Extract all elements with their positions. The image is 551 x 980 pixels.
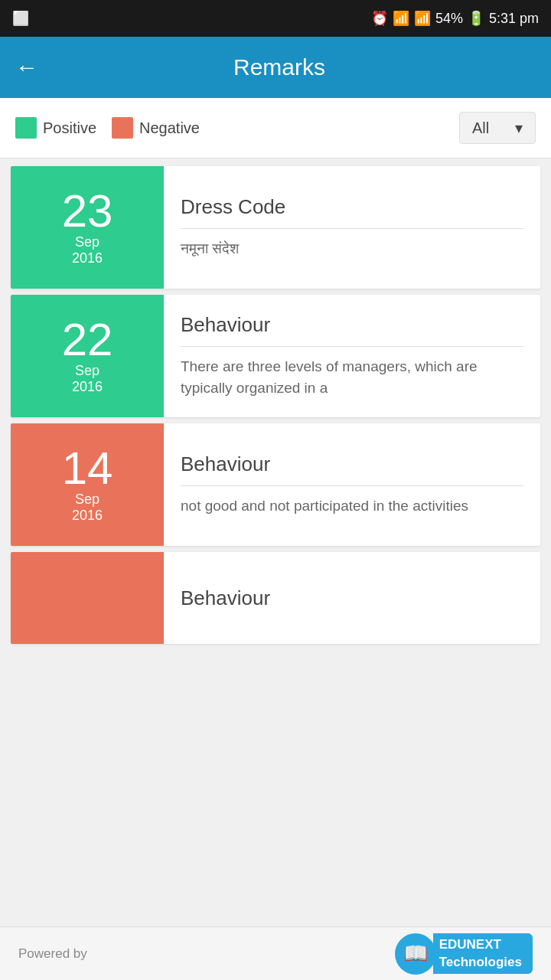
negative-label: Negative: [139, 119, 200, 137]
brand-logo: 📖: [395, 933, 436, 975]
status-bar: ⬜ ⏰ 📶 📶 54% 🔋 5:31 pm: [0, 0, 551, 37]
app-bar: ← Remarks: [0, 37, 551, 98]
remark-message: There are three levels of managers, whic…: [181, 356, 523, 400]
remark-title: Behaviour: [181, 586, 523, 610]
remark-card[interactable]: 23 Sep 2016 Dress Code नमूना संदेश: [11, 166, 540, 289]
divider: [181, 346, 523, 347]
date-box: 22 Sep 2016: [11, 295, 164, 417]
year: 2016: [72, 250, 103, 266]
battery-icon: 🔋: [468, 10, 484, 27]
negative-legend: Negative: [112, 117, 200, 139]
remark-detail: Behaviour not good and not participated …: [164, 423, 540, 546]
negative-color-swatch: [112, 117, 133, 139]
remark-card[interactable]: 22 Sep 2016 Behaviour There are three le…: [11, 295, 540, 417]
brand-line1: EDUNEXT: [439, 936, 522, 953]
month: Sep: [75, 492, 99, 508]
date-box: [11, 552, 164, 644]
remark-message: not good and not participated in the act…: [181, 495, 523, 518]
date-box: 23 Sep 2016: [11, 166, 164, 289]
remark-detail: Behaviour There are three levels of mana…: [164, 295, 540, 417]
brand-line2: Technologies: [439, 954, 522, 971]
remark-title: Dress Code: [181, 195, 523, 219]
remark-message: नमूना संदेश: [181, 238, 523, 260]
day: 23: [62, 188, 113, 234]
book-icon: 📖: [403, 942, 428, 965]
day: 14: [62, 446, 113, 492]
remark-detail: Dress Code नमूना संदेश: [164, 166, 540, 289]
month: Sep: [75, 234, 99, 250]
page-title: Remarks: [54, 54, 505, 80]
powered-by-text: Powered by: [18, 946, 87, 962]
divider: [181, 228, 523, 229]
brand-text: EDUNEXT Technologies: [433, 933, 533, 973]
month: Sep: [75, 363, 99, 379]
status-right: ⏰ 📶 📶 54% 🔋 5:31 pm: [371, 10, 539, 27]
remarks-list: 23 Sep 2016 Dress Code नमूना संदेश 22 Se…: [0, 158, 551, 926]
remark-card[interactable]: Behaviour: [11, 552, 540, 644]
filter-label: All: [472, 119, 489, 137]
positive-label: Positive: [43, 119, 96, 137]
date-box: 14 Sep 2016: [11, 423, 164, 546]
screen-icon: ⬜: [12, 10, 29, 27]
year: 2016: [72, 508, 103, 524]
positive-color-swatch: [15, 117, 37, 139]
battery-percent: 54%: [435, 11, 463, 27]
chevron-down-icon: ▾: [515, 119, 523, 137]
time-display: 5:31 pm: [489, 11, 539, 27]
back-button[interactable]: ←: [15, 54, 38, 80]
year: 2016: [72, 379, 103, 395]
status-left: ⬜: [12, 10, 29, 27]
signal-icon: 📶: [414, 10, 431, 27]
remark-card[interactable]: 14 Sep 2016 Behaviour not good and not p…: [11, 423, 540, 546]
footer: Powered by 📖 EDUNEXT Technologies: [0, 926, 551, 980]
alarm-icon: ⏰: [371, 10, 388, 27]
brand-area: 📖 EDUNEXT Technologies: [395, 933, 533, 975]
divider: [181, 485, 523, 486]
remark-detail: Behaviour: [164, 552, 540, 644]
positive-legend: Positive: [15, 117, 96, 139]
legend-row: Positive Negative All ▾: [0, 98, 551, 158]
wifi-icon: 📶: [393, 10, 409, 27]
remark-title: Behaviour: [181, 313, 523, 337]
remark-title: Behaviour: [181, 452, 523, 476]
day: 22: [62, 317, 113, 363]
filter-dropdown[interactable]: All ▾: [459, 112, 536, 144]
legend-items: Positive Negative: [15, 117, 200, 139]
